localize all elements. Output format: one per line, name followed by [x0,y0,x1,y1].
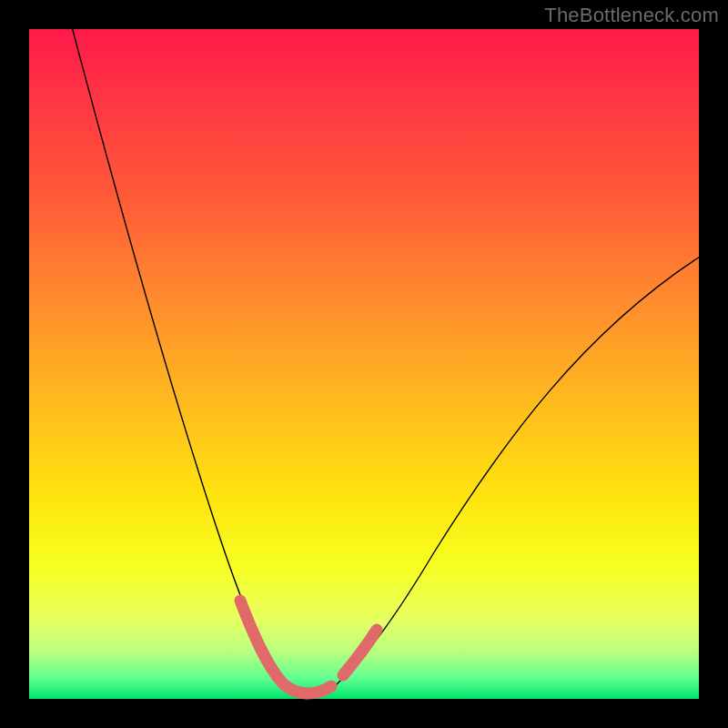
curve-svg [29,29,699,699]
highlight-trough [284,684,331,693]
highlight-left [240,601,282,682]
highlight-right [343,630,377,675]
plot-area [29,29,699,699]
watermark-text: TheBottleneck.com [544,4,719,27]
chart-frame: TheBottleneck.com [0,0,728,728]
bottleneck-curve [70,20,707,695]
